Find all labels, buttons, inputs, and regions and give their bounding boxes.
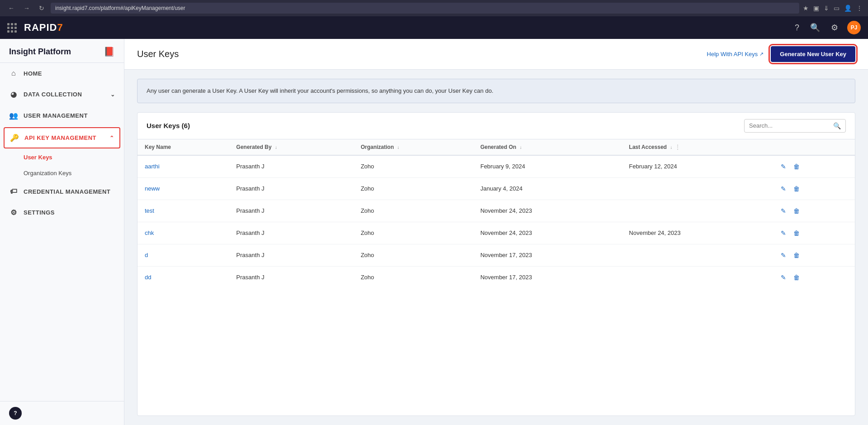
forward-button[interactable]: → <box>21 4 33 13</box>
home-icon: ⌂ <box>9 69 18 77</box>
edit-button-0[interactable]: ✎ <box>779 161 788 172</box>
cell-generated-by-3: Prasanth J <box>229 222 353 244</box>
sidebar-sub-user-keys[interactable]: User Keys <box>0 149 124 165</box>
edit-button-2[interactable]: ✎ <box>779 205 788 216</box>
generate-user-key-button[interactable]: Generate New User Key <box>771 46 855 62</box>
star-icon[interactable]: ★ <box>803 5 809 12</box>
table-title: User Keys (6) <box>147 122 190 129</box>
sidebar-item-user-management[interactable]: 👥 USER MANAGEMENT <box>0 105 124 126</box>
key-name-link-2[interactable]: test <box>145 207 154 214</box>
download-icon[interactable]: ⇓ <box>824 5 829 12</box>
cell-actions-1: ✎ 🗑 <box>772 177 855 200</box>
help-icon-btn[interactable]: ? <box>793 21 801 34</box>
cell-key-name-3: chk <box>138 222 229 244</box>
sort-generated-by-icon[interactable]: ↓ <box>275 145 277 150</box>
delete-button-5[interactable]: 🗑 <box>792 272 802 283</box>
delete-button-1[interactable]: 🗑 <box>792 183 802 194</box>
row-actions-4: ✎ 🗑 <box>779 250 848 261</box>
row-actions-3: ✎ 🗑 <box>779 228 848 239</box>
table-row: test Prasanth J Zoho November 24, 2023 ✎… <box>138 200 855 222</box>
cell-last-accessed-3: November 24, 2023 <box>622 222 772 244</box>
sidebar: Insight Platform 📕 ⌂ HOME ◕ DATA COLLECT… <box>0 39 124 425</box>
sidebar-item-api-key-management[interactable]: 🔑 API KEY MANAGEMENT ⌃ <box>4 127 120 148</box>
sidebar-item-settings[interactable]: ⚙ SETTINGS <box>0 202 124 223</box>
row-actions-1: ✎ 🗑 <box>779 183 848 194</box>
key-name-link-1[interactable]: neww <box>145 185 160 192</box>
sidebar-item-label-home: HOME <box>24 70 42 77</box>
cell-key-name-5: dd <box>138 266 229 288</box>
app-layout: Insight Platform 📕 ⌂ HOME ◕ DATA COLLECT… <box>0 39 868 425</box>
cell-last-accessed-5 <box>622 266 772 288</box>
cell-last-accessed-4 <box>622 244 772 266</box>
edit-button-1[interactable]: ✎ <box>779 183 788 194</box>
sidebar-title: Insight Platform 📕 <box>0 39 124 63</box>
sidebar-footer-help-icon[interactable]: ? <box>9 407 22 420</box>
refresh-button[interactable]: ↻ <box>36 4 47 13</box>
chevron-up-icon: ⌃ <box>109 135 114 141</box>
sidebar-item-data-collection[interactable]: ◕ DATA COLLECTION ⌄ <box>0 84 124 105</box>
cell-generated-on-4: November 17, 2023 <box>473 244 622 266</box>
sort-last-accessed-icon[interactable]: ↓ <box>670 145 673 150</box>
cell-last-accessed-2 <box>622 200 772 222</box>
avatar-btn[interactable]: PJ <box>847 21 861 34</box>
back-button[interactable]: ← <box>5 4 17 13</box>
sidebar-sub-org-keys[interactable]: Organization Keys <box>0 165 124 181</box>
sidebar-item-home[interactable]: ⌂ HOME <box>0 63 124 84</box>
sidebar-item-label-user-management: USER MANAGEMENT <box>24 112 88 119</box>
edit-button-3[interactable]: ✎ <box>779 228 788 239</box>
top-nav-right: ? 🔍 ⚙ PJ <box>793 21 861 34</box>
settings-icon-btn[interactable]: ⚙ <box>829 21 840 34</box>
th-generated-on: Generated On ↓ <box>473 139 622 155</box>
cell-actions-5: ✎ 🗑 <box>772 266 855 288</box>
grid-icon <box>7 23 17 33</box>
main-header: User Keys Help With API Keys ↗ Generate … <box>124 39 868 70</box>
url-bar[interactable] <box>51 3 799 14</box>
th-generated-by: Generated By ↓ <box>229 139 353 155</box>
table-row: neww Prasanth J Zoho January 4, 2024 ✎ 🗑 <box>138 177 855 200</box>
help-link[interactable]: Help With API Keys ↗ <box>707 51 764 57</box>
cell-organization-0: Zoho <box>353 155 473 178</box>
sort-generated-on-icon[interactable]: ↓ <box>520 145 522 150</box>
delete-button-3[interactable]: 🗑 <box>792 228 802 239</box>
sidebar-item-label-data-collection: DATA COLLECTION <box>24 91 82 98</box>
table-head: Key Name Generated By ↓ Organization ↓ <box>138 139 855 155</box>
main-content: User Keys Help With API Keys ↗ Generate … <box>124 39 868 425</box>
sidebar-footer: ? <box>0 401 124 425</box>
delete-button-0[interactable]: 🗑 <box>792 161 802 172</box>
delete-button-4[interactable]: 🗑 <box>792 250 802 261</box>
sidebar-item-credential-management[interactable]: 🏷 CREDENTIAL MANAGEMENT <box>0 181 124 202</box>
edit-button-5[interactable]: ✎ <box>779 272 788 283</box>
data-collection-icon: ◕ <box>9 90 18 99</box>
th-key-name-label: Key Name <box>145 144 171 150</box>
th-organization: Organization ↓ <box>353 139 473 155</box>
search-icon-btn[interactable]: 🔍 <box>808 21 822 34</box>
edit-button-4[interactable]: ✎ <box>779 250 788 261</box>
notebook-icon[interactable]: 📕 <box>104 46 115 57</box>
cell-key-name-4: d <box>138 244 229 266</box>
row-actions-5: ✎ 🗑 <box>779 272 848 283</box>
search-input[interactable] <box>749 122 830 129</box>
device-icon[interactable]: ▭ <box>834 5 840 12</box>
table-header-row-tr: Key Name Generated By ↓ Organization ↓ <box>138 139 855 155</box>
extension-icon[interactable]: ▣ <box>813 5 819 12</box>
sidebar-title-text: Insight Platform <box>9 47 71 57</box>
credential-icon: 🏷 <box>9 187 18 196</box>
key-name-link-0[interactable]: aarthi <box>145 163 160 170</box>
sidebar-item-label-settings: SETTINGS <box>24 209 55 216</box>
profile-icon[interactable]: 👤 <box>844 5 852 12</box>
settings-nav-icon: ⚙ <box>9 208 18 217</box>
menu-icon[interactable]: ⋮ <box>856 5 863 12</box>
delete-button-2[interactable]: 🗑 <box>792 205 802 216</box>
sidebar-nav: ⌂ HOME ◕ DATA COLLECTION ⌄ 👥 USER MANAGE… <box>0 63 124 401</box>
key-name-link-4[interactable]: d <box>145 252 148 258</box>
row-actions-0: ✎ 🗑 <box>779 161 848 172</box>
cell-generated-on-0: February 9, 2024 <box>473 155 622 178</box>
th-last-accessed-label: Last Accessed <box>629 144 667 150</box>
key-name-link-5[interactable]: dd <box>145 274 151 281</box>
cell-generated-on-2: November 24, 2023 <box>473 200 622 222</box>
cell-generated-by-4: Prasanth J <box>229 244 353 266</box>
key-name-link-3[interactable]: chk <box>145 229 154 236</box>
sort-organization-icon[interactable]: ↓ <box>397 145 399 150</box>
cell-generated-on-5: November 17, 2023 <box>473 266 622 288</box>
help-link-text: Help With API Keys <box>707 51 758 57</box>
